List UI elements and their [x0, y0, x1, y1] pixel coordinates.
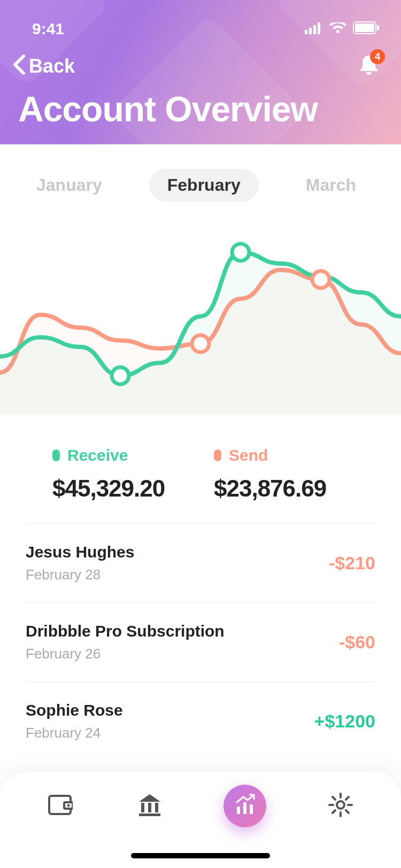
svg-rect-16 — [155, 803, 158, 812]
svg-rect-18 — [237, 807, 240, 814]
summary-row: Receive $45,329.20 Send $23,876.69 — [26, 415, 375, 524]
send-label: Send — [229, 446, 268, 464]
stats-icon — [234, 794, 256, 818]
send-value: $23,876.69 — [214, 475, 375, 502]
transaction-row[interactable]: Jesus HughesFebruary 28-$210 — [26, 524, 375, 603]
svg-line-28 — [333, 810, 335, 813]
home-indicator[interactable] — [131, 853, 270, 858]
tab-bar — [0, 772, 401, 868]
wallet-icon — [48, 794, 73, 818]
month-tabs: January February March — [0, 144, 401, 201]
svg-point-9 — [232, 244, 249, 261]
transaction-row[interactable]: Sophie RoseFebruary 24+$1200 — [26, 682, 375, 761]
transaction-name: Jesus Hughes — [26, 543, 134, 561]
gear-icon — [328, 793, 353, 819]
svg-point-13 — [67, 804, 70, 807]
notification-badge: 4 — [370, 49, 385, 64]
transaction-date: February 24 — [26, 725, 123, 741]
month-tab-next[interactable]: March — [288, 169, 374, 201]
month-tab-prev[interactable]: January — [18, 169, 120, 201]
svg-line-26 — [333, 797, 335, 800]
transaction-amount: -$210 — [329, 553, 375, 574]
transaction-amount: -$60 — [339, 632, 375, 653]
receive-label: Receive — [67, 446, 128, 464]
receive-dot-icon — [52, 449, 60, 461]
transaction-row[interactable]: Dribbble Pro SubscriptionFebruary 26-$60 — [26, 603, 375, 682]
svg-rect-17 — [139, 813, 160, 816]
tab-settings[interactable] — [326, 791, 356, 821]
notifications-button[interactable]: 4 — [358, 53, 380, 79]
bank-icon — [137, 793, 163, 819]
header: 9:41 Back 4 Account Overview — [0, 0, 401, 144]
tab-bank[interactable] — [135, 791, 165, 821]
svg-point-10 — [312, 271, 329, 288]
transaction-amount: +$1200 — [314, 711, 375, 732]
svg-line-27 — [346, 810, 349, 813]
svg-line-29 — [346, 797, 349, 800]
tab-stats-active[interactable] — [223, 785, 266, 827]
svg-rect-14 — [141, 803, 144, 812]
svg-rect-19 — [243, 802, 246, 814]
svg-rect-15 — [148, 803, 151, 812]
svg-point-8 — [192, 335, 209, 352]
svg-rect-20 — [250, 804, 253, 814]
receive-value: $45,329.20 — [52, 475, 214, 502]
transaction-name: Dribbble Pro Subscription — [26, 622, 225, 640]
month-tab-current[interactable]: February — [149, 169, 259, 201]
svg-point-7 — [112, 367, 129, 384]
transaction-name: Sophie Rose — [26, 701, 123, 719]
send-dot-icon — [214, 449, 221, 461]
tab-wallet[interactable] — [45, 791, 75, 821]
bell-icon — [358, 69, 380, 79]
transaction-list: Jesus HughesFebruary 28-$210Dribbble Pro… — [0, 524, 401, 761]
transaction-date: February 26 — [26, 646, 225, 662]
summary-send: Send $23,876.69 — [214, 446, 375, 502]
overview-chart[interactable] — [0, 223, 401, 415]
summary-receive: Receive $45,329.20 — [52, 446, 214, 502]
transaction-date: February 28 — [26, 567, 134, 583]
svg-point-21 — [337, 801, 344, 809]
